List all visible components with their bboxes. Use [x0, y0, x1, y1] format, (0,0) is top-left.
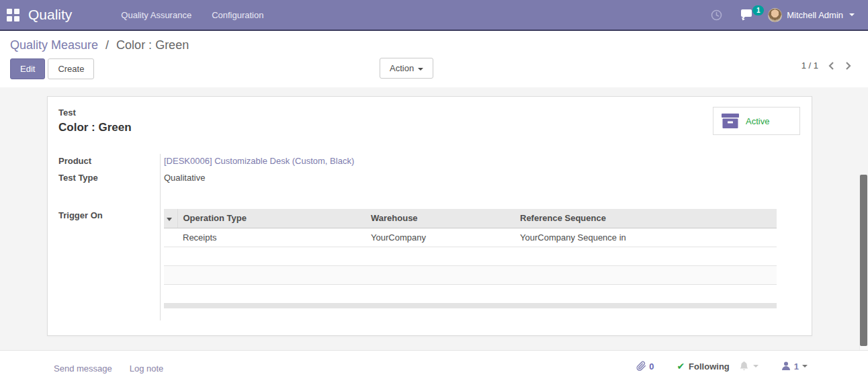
create-button[interactable]: Create [48, 58, 94, 79]
chevron-down-icon [418, 68, 423, 71]
user-menu[interactable]: Mitchell Admin [764, 5, 859, 25]
control-panel: Quality Measure / Color : Green Edit Cre… [0, 31, 868, 87]
active-stat-label: Active [746, 116, 769, 126]
pager: 1 / 1 [801, 60, 852, 71]
navbar: Quality Quality Assurance Configuration … [0, 0, 868, 31]
cell-operation-type: Receipts [177, 228, 365, 247]
chevron-right-icon [844, 61, 852, 71]
product-field-label: Product [58, 156, 159, 166]
apps-menu-button[interactable] [0, 0, 26, 30]
list-toggle-button[interactable] [164, 209, 177, 228]
navbar-right: 1 Mitchell Admin [704, 5, 868, 25]
bell-icon [739, 361, 749, 372]
column-warehouse[interactable]: Warehouse [365, 209, 515, 228]
pager-previous-button[interactable] [828, 61, 835, 71]
test-type-field-label: Test Type [58, 173, 159, 183]
column-reference-sequence[interactable]: Reference Sequence [515, 209, 777, 228]
control-panel-buttons: Edit Create [10, 58, 94, 79]
followers-dropdown[interactable]: 1 [781, 361, 808, 372]
chevron-down-icon [802, 365, 808, 368]
breadcrumb-separator: / [105, 38, 109, 52]
pager-next-button[interactable] [844, 61, 852, 71]
messages-button[interactable]: 1 [733, 5, 760, 25]
activity-clock-button[interactable] [704, 5, 729, 25]
form-view: Test Color : Green Active Product [DESK0… [0, 87, 868, 350]
paperclip-icon [636, 361, 646, 372]
product-field-value: [DESK0006] Customizable Desk (Custom, Bl… [164, 156, 354, 166]
test-field-label: Test [58, 107, 76, 118]
menu-quality-assurance[interactable]: Quality Assurance [112, 5, 200, 26]
breadcrumb-current: Color : Green [116, 38, 189, 52]
edit-button[interactable]: Edit [10, 58, 45, 79]
breadcrumb-parent-link[interactable]: Quality Measure [10, 38, 98, 52]
chatter-actions: Send message Log note [54, 363, 163, 374]
trigger-on-field-label: Trigger On [58, 210, 159, 220]
chatter: Send message Log note 0 ✔ Following [0, 350, 868, 389]
chat-bubble-icon [740, 9, 753, 21]
app-brand[interactable]: Quality [28, 7, 72, 23]
row-handle-cell [164, 228, 177, 247]
column-operation-type[interactable]: Operation Type [177, 209, 365, 228]
cell-reference-sequence: YourCompany Sequence in [515, 228, 777, 247]
messages-badge: 1 [752, 5, 764, 15]
chevron-down-icon [849, 13, 855, 16]
follower-count: 1 [794, 361, 799, 372]
list-header-row: Operation Type Warehouse Reference Seque… [164, 209, 777, 228]
active-stat-button[interactable]: Active [713, 107, 800, 135]
following-button[interactable]: ✔ Following [677, 361, 758, 372]
check-icon: ✔ [677, 361, 685, 372]
send-message-button[interactable]: Send message [54, 363, 112, 374]
trigger-on-list: Operation Type Warehouse Reference Seque… [164, 209, 777, 304]
table-row[interactable]: Receipts YourCompany YourCompany Sequenc… [164, 228, 777, 247]
archive-box-icon [722, 114, 739, 128]
product-link[interactable]: [DESK0006] Customizable Desk (Custom, Bl… [164, 156, 354, 166]
avatar [768, 8, 782, 22]
breadcrumb: Quality Measure / Color : Green [10, 38, 189, 52]
empty-row [164, 284, 777, 303]
vertical-scrollbar-thumb[interactable] [860, 175, 867, 346]
top-menu: Quality Assurance Configuration [112, 5, 272, 26]
empty-row [164, 265, 777, 284]
test-type-field-value: Qualitative [164, 173, 205, 183]
user-name: Mitchell Admin [787, 10, 843, 20]
form-sheet: Test Color : Green Active Product [DESK0… [47, 96, 812, 336]
attachment-count: 0 [649, 361, 654, 372]
follower-person-icon [781, 361, 791, 371]
empty-row [164, 247, 777, 265]
menu-configuration[interactable]: Configuration [203, 5, 272, 26]
cell-warehouse: YourCompany [365, 228, 515, 247]
caret-down-icon [167, 218, 172, 221]
chatter-tools: 0 ✔ Following 1 [636, 361, 808, 372]
pager-value: 1 / 1 [801, 60, 818, 71]
chevron-down-icon [753, 365, 758, 368]
action-label: Action [390, 63, 414, 73]
group-separator-line [160, 154, 161, 320]
log-note-button[interactable]: Log note [130, 363, 164, 374]
record-title: Color : Green [58, 121, 132, 134]
action-menu: Action [380, 58, 433, 79]
action-dropdown-button[interactable]: Action [380, 58, 433, 79]
apps-grid-icon [7, 9, 19, 21]
clock-icon [711, 9, 722, 21]
following-label: Following [689, 361, 730, 372]
table-footer-strip [164, 303, 777, 308]
chevron-left-icon [828, 61, 835, 71]
subscription-dropdown[interactable] [739, 361, 758, 372]
attachments-button[interactable]: 0 [636, 361, 654, 372]
